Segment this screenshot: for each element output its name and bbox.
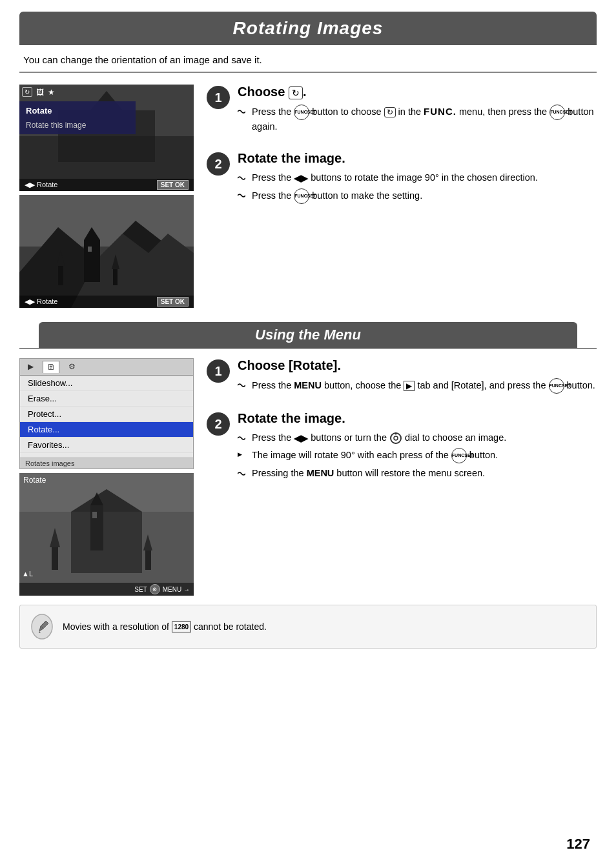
step-4-bullet-3: Pressing the MENU button will restore th… — [238, 467, 597, 480]
size-label: ▲L — [22, 570, 33, 578]
note-pencil-icon — [30, 613, 54, 640]
step-4-bullet-1: Press the ◀▶ buttons or turn the dial to… — [238, 431, 597, 445]
svg-rect-17 — [71, 512, 142, 573]
step-4-bullets: Press the ◀▶ buttons or turn the dial to… — [238, 431, 597, 480]
rotate-screen-label: Rotate — [23, 476, 46, 485]
rotate-icon-inline: ↻ — [384, 107, 396, 117]
screen-rotate-label-2: ◀▶ Rotate — [25, 298, 57, 306]
svg-point-27 — [394, 436, 398, 440]
step-1-bullets: Press the FUNCSET button to choose ↻ in … — [238, 105, 597, 134]
step-2-bullet-1: Press the ◀▶ buttons to rotate the image… — [238, 171, 597, 185]
camera-icon: 🖼 — [36, 88, 44, 97]
svg-rect-11 — [58, 266, 63, 285]
menu-item-rotate-image: Rotate this image — [19, 118, 136, 132]
menu-left-images: ▶ 🖹 ⚙ Slideshow... Erase... Protect... R… — [19, 358, 194, 596]
intro-text: You can change the orientation of an ima… — [0, 45, 616, 72]
menu-arrow-badge: MENU → — [163, 586, 190, 593]
step-3-title: Choose [Rotate]. — [238, 358, 597, 373]
steps-section-1: 1 Choose ↻. Press the FUNCSET button to … — [207, 85, 597, 308]
set-ok-badge-2: SET OK — [157, 297, 189, 307]
svg-rect-13 — [113, 269, 118, 285]
func-text: FUNC. — [424, 106, 457, 117]
rotate-bg-svg — [19, 473, 194, 596]
svg-rect-24 — [145, 550, 151, 570]
step-4-title: Rotate the image. — [238, 411, 597, 426]
func-button-5: FUNCSET — [451, 448, 467, 463]
step-1: 1 Choose ↻. Press the FUNCSET button to … — [207, 85, 597, 137]
svg-rect-22 — [52, 547, 58, 570]
rotate-symbol: ↻ — [289, 86, 303, 99]
svg-rect-8 — [84, 240, 100, 282]
star-icon: ★ — [48, 88, 55, 97]
menu-tab-play: ▶ — [24, 361, 37, 373]
screen-rotate-label: ◀▶ Rotate — [25, 181, 57, 189]
steps-section-2: 1 Choose [Rotate]. Press the MENU button… — [207, 358, 597, 596]
menu-item-protect: Protect... — [20, 407, 193, 422]
set-badge-2: SET — [134, 586, 147, 593]
step-2: 2 Rotate the image. Press the ◀▶ buttons… — [207, 151, 597, 207]
menu-item-rotate-selected: Rotate... — [20, 422, 193, 438]
menu-text-2: MENU — [307, 468, 334, 478]
rotate-menu: Rotate Rotate this image — [19, 101, 136, 134]
menu-item-rotate: Rotate — [19, 103, 136, 118]
svg-rect-21 — [92, 512, 97, 518]
circle-button-badge: ⊙ — [150, 584, 160, 594]
screen-bottom-bar-1: ◀▶ Rotate SET OK — [19, 179, 194, 191]
step-4-number: 2 — [207, 412, 230, 436]
mountain-svg — [19, 195, 194, 308]
screen-bottom-bar-2: ◀▶ Rotate SET OK — [19, 296, 194, 308]
page-number: 127 — [566, 836, 590, 853]
step-2-bullet-2: Press the FUNCSET button to make the set… — [238, 188, 597, 204]
menu-bottom-note: Rotates images — [20, 458, 193, 469]
menu-item-slideshow: Slideshow... — [20, 376, 193, 391]
step-3-number: 1 — [207, 359, 230, 383]
step-2-bullets: Press the ◀▶ buttons to rotate the image… — [238, 171, 597, 203]
menu-tab-settings: ⚙ — [65, 361, 79, 373]
func-button-1: FUNCSET — [294, 105, 309, 120]
step-3: 1 Choose [Rotate]. Press the MENU button… — [207, 358, 597, 397]
func-button-2: FUNCSET — [549, 105, 565, 120]
note-text: Movies with a resolution of 1280 cannot … — [63, 620, 267, 634]
lr-arrows-2: ◀▶ — [294, 433, 308, 443]
using-menu-section: Using the Menu — [19, 322, 597, 349]
page-title: Rotating Images — [35, 18, 581, 39]
section-title-menu: Using the Menu — [54, 327, 562, 343]
screen-bottom-bar-3: SET ⊙ MENU → — [19, 583, 194, 596]
step-4-bullet-2: The image will rotate 90° with each pres… — [238, 448, 597, 463]
menu-tabs: ▶ 🖹 ⚙ — [20, 359, 193, 376]
step-4: 2 Rotate the image. Press the ◀▶ buttons… — [207, 411, 597, 483]
camera-screen-menu: ↻ 🖼 ★ Rotate Rotate this image ◀▶ Rotate… — [19, 85, 194, 191]
svg-rect-10 — [88, 247, 92, 252]
page-header: Rotating Images — [19, 12, 597, 45]
step-3-bullet-1: Press the MENU button, choose the ▶ tab … — [238, 378, 597, 394]
step-2-title: Rotate the image. — [238, 151, 597, 166]
mountain-image: ◀▶ Rotate SET OK — [19, 195, 194, 308]
menu-screenshot: ▶ 🖹 ⚙ Slideshow... Erase... Protect... R… — [19, 358, 194, 469]
step-2-content: Rotate the image. Press the ◀▶ buttons t… — [238, 151, 597, 207]
section-menu-steps: ▶ 🖹 ⚙ Slideshow... Erase... Protect... R… — [0, 349, 616, 598]
menu-text-1: MENU — [294, 380, 322, 390]
step-1-number: 1 — [207, 86, 230, 109]
menu-item-erase: Erase... — [20, 391, 193, 407]
hd-badge: 1280 — [172, 621, 191, 632]
note-box: Movies with a resolution of 1280 cannot … — [19, 605, 597, 649]
svg-point-28 — [395, 433, 397, 435]
step-1-bullet-1: Press the FUNCSET button to choose ↻ in … — [238, 105, 597, 134]
step-4-content: Rotate the image. Press the ◀▶ buttons o… — [238, 411, 597, 483]
func-button-3: FUNCSET — [294, 188, 309, 204]
step-1-content: Choose ↻. Press the FUNCSET button to ch… — [238, 85, 597, 137]
step-2-number: 2 — [207, 152, 230, 176]
func-button-4: FUNCSET — [549, 378, 564, 394]
menu-item-favorites: Favorites... — [20, 438, 193, 453]
screen-top-icons: ↻ 🖼 ★ — [22, 87, 55, 97]
step-3-bullets: Press the MENU button, choose the ▶ tab … — [238, 378, 597, 394]
rotate-icon-box: ↻ — [22, 87, 32, 97]
section-rotate-basic: ↻ 🖼 ★ Rotate Rotate this image ◀▶ Rotate… — [0, 73, 616, 319]
step-1-title: Choose ↻. — [238, 85, 597, 99]
play-tab-icon: ▶ — [404, 381, 415, 391]
left-images: ↻ 🖼 ★ Rotate Rotate this image ◀▶ Rotate… — [19, 85, 194, 308]
section-header-menu: Using the Menu — [39, 322, 577, 348]
rotate-screen-2: Rotate ▲L SET ⊙ MENU → — [19, 473, 194, 596]
menu-list: Slideshow... Erase... Protect... Rotate.… — [20, 376, 193, 453]
dial-icon — [389, 432, 402, 445]
